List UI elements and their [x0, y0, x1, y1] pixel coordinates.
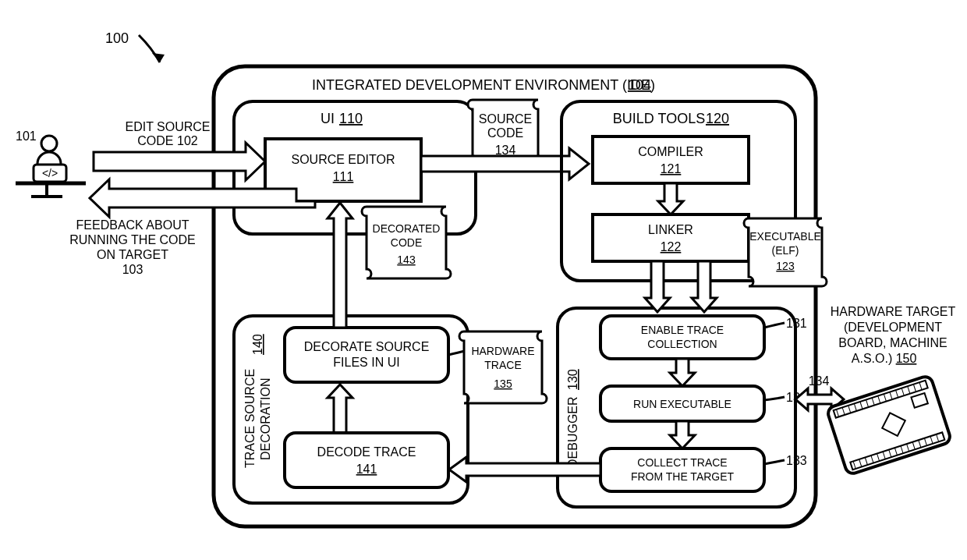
edit-label-1: EDIT SOURCE — [125, 120, 210, 133]
user-ref: 101 — [16, 129, 37, 143]
arrow-linker-to-debugger-b — [692, 261, 717, 312]
svg-text:A.S.O.): A.S.O.) — [852, 352, 892, 365]
edit-label-2: CODE 102 — [137, 134, 197, 147]
source-editor-ref: 111 — [333, 170, 354, 183]
trace-dec-title2: DECORATION — [259, 378, 272, 460]
decorated-1: DECORATED — [373, 222, 441, 235]
feedback-4: 103 — [122, 263, 143, 276]
enable-ref: 131 — [786, 317, 807, 330]
linker-label: LINKER — [648, 223, 693, 236]
leader-142 — [448, 351, 465, 355]
decorate-files-1: DECORATE SOURCE — [304, 340, 430, 353]
source-code-2: CODE — [487, 126, 523, 140]
source-code-1: SOURCE — [479, 112, 532, 126]
decode-ref: 141 — [356, 463, 377, 476]
hw-target-1: HARDWARE TARGET — [831, 305, 956, 318]
compiler-box — [593, 136, 749, 183]
user-icon: </> — [16, 136, 86, 197]
diagram-root: 100 </> 101 INTEGRATED DEVELOPMENT ENVIR… — [0, 0, 967, 560]
leader-131 — [764, 323, 785, 328]
collect-ref: 133 — [786, 454, 807, 467]
feedback-1: FEEDBACK ABOUT — [76, 218, 190, 232]
ui-ref: 110 — [339, 111, 363, 126]
collect-2: FROM THE TARGET — [631, 470, 735, 483]
source-editor-label: SOURCE EDITOR — [291, 153, 395, 166]
arrow-decorate-to-editor — [328, 203, 352, 328]
arrow-enable-to-run — [670, 359, 695, 386]
trace-dec-ref: 140 — [251, 334, 264, 355]
enable-1: ENABLE TRACE — [641, 324, 724, 336]
collect-1: COLLECT TRACE — [637, 456, 727, 469]
svg-point-1 — [41, 136, 57, 151]
decorate-files-box — [285, 328, 448, 382]
decorate-files-2: FILES IN UI — [333, 356, 399, 369]
decorated-ref: 143 — [397, 253, 416, 266]
hw-trace-1: HARDWARE — [471, 345, 534, 357]
hw-target-3: BOARD, MACHINE — [838, 336, 948, 349]
exe-1: EXECUTABLE — [749, 230, 821, 243]
compiler-label: COMPILER — [638, 145, 703, 158]
arrow-decode-to-decorate — [328, 385, 352, 433]
hardware-board-icon — [827, 375, 952, 476]
hw-trace-ref: 135 — [494, 377, 512, 390]
debugger-title: DEBUGGER — [566, 396, 579, 468]
decorated-2: CODE — [391, 236, 422, 249]
hw-target-line4: A.S.O.) 150 — [852, 352, 917, 365]
run-label: RUN EXECUTABLE — [633, 398, 731, 410]
debugger-ref: 130 — [566, 369, 579, 390]
feedback-2: RUNNING THE CODE — [69, 233, 196, 246]
decode-trace-box — [285, 433, 448, 487]
exe-ref: 123 — [776, 260, 795, 272]
build-title: BUILD TOOLS — [613, 111, 705, 126]
leader-133 — [764, 460, 785, 464]
arrow-linker-to-debugger-a — [645, 261, 670, 312]
arrow-compiler-to-linker — [658, 183, 683, 214]
arrow-edit-in — [94, 143, 265, 180]
figure-arrow — [139, 35, 165, 62]
linker-box — [593, 214, 749, 261]
hw-trace-2: TRACE — [484, 359, 521, 371]
trace-dec-title: TRACE SOURCE — [243, 369, 257, 468]
compiler-ref: 121 — [661, 162, 682, 175]
svg-text:150: 150 — [896, 352, 917, 365]
linker-ref: 122 — [661, 240, 682, 253]
arrow-run-to-collect — [670, 421, 695, 448]
ide-ref: 104 — [628, 77, 651, 93]
enable-2: COLLECTION — [647, 338, 717, 350]
conn-ref: 134 — [809, 374, 830, 388]
ide-title: INTEGRATED DEVELOPMENT ENVIRONMENT (IDE) — [312, 77, 655, 93]
source-code-ref: 134 — [495, 144, 516, 157]
ui-title: UI — [321, 111, 335, 126]
hw-target-2: (DEVELOPMENT — [844, 321, 942, 334]
leader-132 — [764, 397, 785, 400]
exe-2: (ELF) — [772, 244, 799, 257]
figure-ref: 100 — [105, 30, 129, 46]
svg-text:</>: </> — [42, 167, 58, 179]
decode-label: DECODE TRACE — [317, 445, 416, 459]
build-ref: 120 — [706, 111, 729, 126]
feedback-3: ON TARGET — [97, 248, 168, 261]
